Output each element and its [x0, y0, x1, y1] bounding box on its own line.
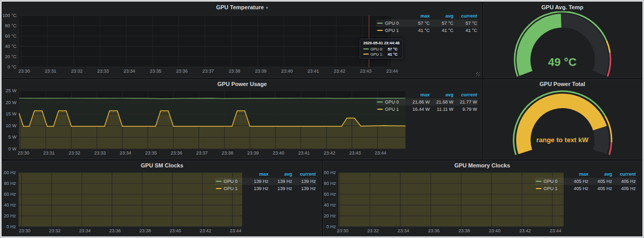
- tooltip-series-value: 41 °C: [388, 52, 398, 57]
- y-tick-label: 0 W: [8, 146, 17, 151]
- x-tick-label: 23:39: [255, 69, 267, 74]
- legend-series-toggle[interactable]: GPU 1: [377, 106, 406, 113]
- x-tick-label: 23:44: [550, 228, 562, 233]
- legend-value: 57 °C: [430, 20, 453, 27]
- x-tick-label: 23:42: [324, 150, 335, 156]
- legend-series-toggle[interactable]: GPU 1: [536, 185, 565, 192]
- legend-header-current[interactable]: current: [453, 92, 477, 98]
- legend-value: 405 Hz: [588, 185, 612, 192]
- legend-header-max[interactable]: max: [245, 171, 268, 178]
- x-tick-label: 23:36: [176, 69, 188, 74]
- panel-gpu-power-total: GPU Power Total range to text kW: [483, 79, 641, 159]
- y-tick-label: 5 W: [8, 134, 17, 140]
- panel-title-text: GPU SM Clocks: [141, 162, 183, 168]
- x-tick-label: 23:31: [43, 150, 55, 156]
- legend-value: 405 Hz: [612, 185, 636, 192]
- legend-series-name: GPU 1: [544, 185, 557, 192]
- x-tick-label: 23:38: [459, 228, 470, 233]
- legend-header-current[interactable]: current: [612, 171, 636, 178]
- legend-value: 41 °C: [406, 27, 430, 34]
- panel-resize-grip[interactable]: [476, 72, 480, 76]
- x-tick-label: 23:36: [428, 228, 440, 233]
- panel-title-text: GPU Temperature: [216, 4, 264, 10]
- legend-value: 405 Hz: [565, 178, 588, 185]
- legend-series-name: GPU 0: [385, 20, 399, 27]
- legend-value: 57 °C: [453, 20, 477, 27]
- x-tick-label: 23:30: [337, 228, 349, 233]
- x-tick-label: 23:30: [19, 69, 30, 74]
- tooltip-row: GPU 1:41 °C: [363, 52, 399, 57]
- x-tick-label: 23:44: [230, 228, 242, 233]
- legend-header-max[interactable]: max: [406, 13, 430, 20]
- y-tick-label: 25 W: [6, 88, 17, 93]
- y-tick-label: 20 W: [6, 100, 17, 105]
- legend-header-avg[interactable]: avg: [430, 13, 453, 20]
- x-tick-label: 23:42: [200, 228, 212, 233]
- x-tick-label: 23:41: [308, 69, 319, 74]
- legend-row: GPU 1139 Hz139 Hz139 Hz: [215, 185, 317, 192]
- power-total-gauge: [484, 88, 641, 159]
- legend-series-toggle[interactable]: GPU 0: [216, 178, 245, 185]
- legend-header-row: maxavgcurrent: [376, 12, 478, 20]
- x-tick-label: 23:34: [124, 69, 135, 74]
- panel-gpu-power-usage: GPU Power Usage 0 W5 W10 W15 W20 W25 W23…: [3, 79, 482, 159]
- legend-series-toggle[interactable]: GPU 0: [536, 178, 565, 185]
- x-tick-label: 23:36: [109, 228, 121, 233]
- legend-header-max[interactable]: max: [565, 171, 588, 178]
- x-tick-label: 23:32: [71, 69, 83, 74]
- x-tick-label: 23:35: [150, 69, 162, 74]
- x-tick-label: 23:34: [398, 228, 410, 233]
- legend-series-toggle[interactable]: GPU 1: [216, 185, 245, 192]
- dashboard-window: GPU Temperature▾ 0 °C20 °C40 °C60 °C80 °…: [0, 0, 644, 238]
- legend-row: GPU 1405 Hz405 Hz405 Hz: [535, 185, 637, 192]
- legend-series-toggle[interactable]: GPU 1: [377, 27, 406, 34]
- x-tick-label: 23:40: [281, 69, 293, 74]
- legend-value: 41 °C: [430, 27, 453, 34]
- y-tick-label: 0 °C: [7, 64, 16, 70]
- x-tick-label: 23:42: [519, 228, 531, 233]
- x-tick-label: 23:35: [145, 150, 157, 156]
- x-tick-label: 23:38: [222, 150, 233, 156]
- panel-title-gpu-power-total[interactable]: GPU Power Total: [484, 80, 641, 88]
- legend-header-avg[interactable]: avg: [430, 92, 453, 98]
- x-tick-label: 23:32: [69, 150, 80, 156]
- gauge-value-text: range to text kW: [484, 136, 641, 144]
- y-tick-label: 100 Hz: [324, 170, 336, 175]
- panel-gpu-temperature: GPU Temperature▾ 0 °C20 °C40 °C60 °C80 °…: [3, 3, 482, 78]
- panel-title-gpu-memory-clocks[interactable]: GPU Memory Clocks: [324, 161, 641, 169]
- panel-title-gpu-avg-temp[interactable]: GPU Avg. Temp: [484, 3, 641, 11]
- legend-row: GPU 141 °C41 °C41 °C: [376, 27, 478, 34]
- legend-header-current[interactable]: current: [292, 171, 316, 178]
- y-tick-label: 0 Hz: [326, 224, 336, 229]
- legend-series-toggle[interactable]: GPU 0: [377, 20, 406, 27]
- x-tick-label: 23:34: [120, 150, 131, 156]
- y-tick-label: 20 °C: [5, 54, 16, 59]
- y-tick-label: 80 Hz: [4, 181, 16, 186]
- legend-series-toggle[interactable]: GPU 0: [377, 99, 406, 106]
- y-tick-label: 10 W: [6, 123, 17, 128]
- legend-header-avg[interactable]: avg: [268, 171, 292, 178]
- grafana-dashboard: GPU Temperature▾ 0 °C20 °C40 °C60 °C80 °…: [2, 2, 642, 236]
- legend-header-avg[interactable]: avg: [588, 171, 612, 178]
- panel-gpu-avg-temp: GPU Avg. Temp 49 °C: [483, 3, 641, 78]
- legend-header-row: maxavgcurrent: [376, 91, 478, 98]
- x-tick-label: 23:44: [375, 150, 386, 156]
- series-dash-icon: [216, 181, 222, 182]
- temperature-legend: maxavgcurrentGPU 057 °C57 °C57 °CGPU 141…: [376, 12, 478, 34]
- legend-value: 139 Hz: [292, 185, 316, 192]
- x-tick-label: 23:42: [334, 69, 346, 74]
- legend-row: GPU 0405 Hz405 Hz405 Hz: [535, 178, 637, 185]
- x-tick-label: 23:43: [349, 150, 361, 156]
- panel-title-gpu-temperature[interactable]: GPU Temperature▾: [3, 3, 481, 11]
- panel-title-gpu-sm-clocks[interactable]: GPU SM Clocks: [3, 161, 321, 169]
- x-tick-label: 23:30: [19, 228, 31, 233]
- legend-series-name: GPU 0: [385, 99, 399, 106]
- x-tick-label: 23:37: [202, 69, 214, 74]
- y-tick-label: 60 °C: [5, 33, 16, 39]
- x-tick-label: 23:30: [18, 150, 29, 156]
- gauge-value-text: 49 °C: [484, 56, 641, 69]
- panel-title-gpu-power-usage[interactable]: GPU Power Usage: [3, 80, 481, 88]
- legend-header-current[interactable]: current: [453, 13, 477, 20]
- legend-header-max[interactable]: max: [406, 92, 430, 98]
- tooltip-series-name: GPU 1:: [370, 52, 383, 57]
